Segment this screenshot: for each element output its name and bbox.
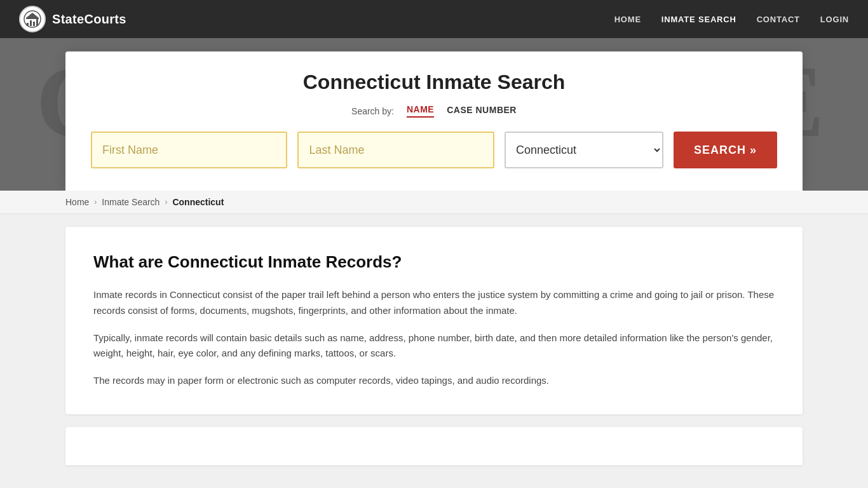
tab-name[interactable]: NAME xyxy=(407,104,434,118)
header: COURTHOUSE StateCourts HOME INMATE SEARC… xyxy=(0,0,868,191)
search-card-title: Connecticut Inmate Search xyxy=(91,71,777,94)
logo[interactable]: StateCourts xyxy=(19,6,126,32)
state-select[interactable]: Connecticut Alabama Alaska Arizona Arkan… xyxy=(505,132,663,168)
breadcrumb-sep-1: › xyxy=(94,198,97,207)
svg-marker-6 xyxy=(26,13,39,18)
tab-case-number[interactable]: CASE NUMBER xyxy=(447,105,517,117)
search-card-wrapper: Connecticut Inmate Search Search by: NAM… xyxy=(65,51,803,191)
nav-contact[interactable]: CONTACT xyxy=(757,15,800,24)
breadcrumb-current: Connecticut xyxy=(172,197,224,207)
search-inputs-row: Connecticut Alabama Alaska Arizona Arkan… xyxy=(91,132,777,168)
content-card-2-partial xyxy=(65,427,803,465)
section1-para2: Typically, inmate records will contain b… xyxy=(93,330,775,362)
logo-text: StateCourts xyxy=(52,12,126,27)
svg-rect-2 xyxy=(30,20,32,26)
breadcrumb-inmate-search[interactable]: Inmate Search xyxy=(102,197,159,207)
svg-rect-4 xyxy=(36,19,38,26)
svg-rect-1 xyxy=(27,23,29,26)
content-card-1: What are Connecticut Inmate Records? Inm… xyxy=(65,227,803,414)
nav-home[interactable]: HOME xyxy=(614,15,641,24)
nav-links: HOME INMATE SEARCH CONTACT LOGIN xyxy=(614,15,849,24)
nav-login[interactable]: LOGIN xyxy=(820,15,849,24)
search-by-label: Search by: xyxy=(351,106,394,116)
search-button[interactable]: SEARCH » xyxy=(674,132,777,168)
section1-heading: What are Connecticut Inmate Records? xyxy=(93,252,775,272)
search-card: Connecticut Inmate Search Search by: NAM… xyxy=(65,51,803,191)
nav-inmate-search[interactable]: INMATE SEARCH xyxy=(661,15,736,24)
breadcrumb-bar: Home › Inmate Search › Connecticut xyxy=(0,191,868,214)
breadcrumb: Home › Inmate Search › Connecticut xyxy=(65,197,803,207)
section1-para1: Inmate records in Connecticut consist of… xyxy=(93,287,775,319)
breadcrumb-sep-2: › xyxy=(165,198,167,207)
breadcrumb-home[interactable]: Home xyxy=(65,197,89,207)
search-by-row: Search by: NAME CASE NUMBER xyxy=(91,104,777,118)
navigation-bar: StateCourts HOME INMATE SEARCH CONTACT L… xyxy=(0,0,868,38)
svg-rect-3 xyxy=(33,22,35,26)
section1-para3: The records may in paper form or electro… xyxy=(93,373,775,389)
first-name-input[interactable] xyxy=(91,132,287,168)
logo-icon xyxy=(19,6,46,32)
svg-rect-5 xyxy=(26,18,39,19)
columns-icon xyxy=(24,10,41,28)
content-area: What are Connecticut Inmate Records? Inm… xyxy=(65,227,803,488)
last-name-input[interactable] xyxy=(297,132,494,168)
